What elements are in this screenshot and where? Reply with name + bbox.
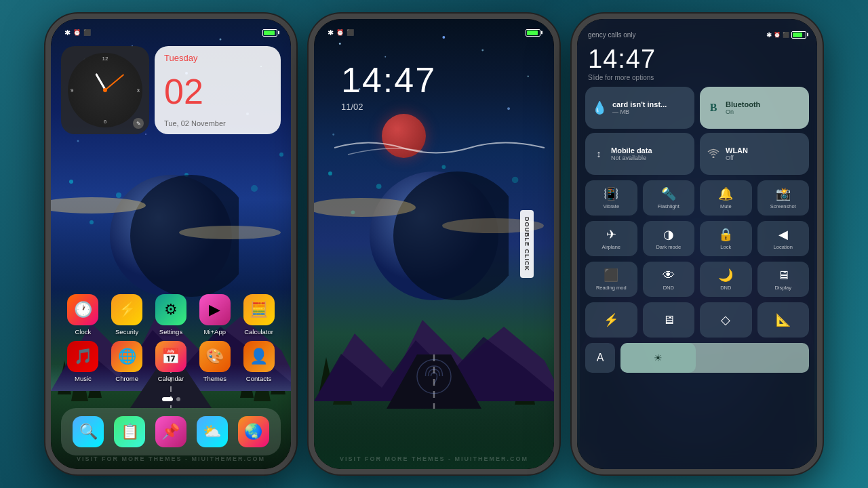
cc-tile-bluetooth[interactable]: B Bluetooth On xyxy=(700,87,809,129)
cc-btn-darkmode[interactable]: ◑ Dark mode xyxy=(643,221,695,256)
fingerprint-area[interactable] xyxy=(416,358,453,398)
phone-3: gency calls only ✱ ⏰ ⬛ 14:47 Slide for m… xyxy=(572,14,823,474)
double-click-badge[interactable]: DOUBLE CLICK xyxy=(520,210,534,278)
phone-1: ✱ ⏰ ⬛ 12 6 9 xyxy=(45,14,296,474)
phone-3-bg: gency calls only ✱ ⏰ ⬛ 14:47 Slide for m… xyxy=(577,19,817,469)
contacts-label: Contacts xyxy=(246,375,272,382)
settings-label: Settings xyxy=(159,328,182,336)
cc-icons-row-2: ✈ Airplane ◑ Dark mode 🔒 Lock ◀ Location xyxy=(585,221,809,256)
page-dots xyxy=(51,397,291,401)
themes-label: Themes xyxy=(203,375,226,382)
dock-weather[interactable]: ⛅ xyxy=(197,416,228,447)
cc-icons-row-4: ⚡ 🖥 ◇ 📐 xyxy=(585,302,809,338)
calculator-label: Calculator xyxy=(244,328,273,336)
cc-btn-mute[interactable]: 🔔 Mute xyxy=(700,180,752,216)
battery-indicator-p1 xyxy=(262,29,277,37)
dock-browser[interactable]: 🌏 xyxy=(238,416,269,447)
phone-1-screen: ✱ ⏰ ⬛ 12 6 9 xyxy=(51,19,291,469)
cc-bluetooth-icon: B xyxy=(707,102,720,114)
cc-wlan-info: WLAN Off xyxy=(726,146,748,161)
calendar-icon: 📅 xyxy=(155,341,186,372)
app-grid: 🕐 Clock ⚡ Security ⚙ Settings ▶ Mi+App xyxy=(61,294,281,388)
cc-tiles-row-2: ↕ Mobile data Not available WLAN Off xyxy=(585,133,809,175)
cc-btn-power[interactable]: ⚡ xyxy=(585,302,637,338)
cc-btn-screenshot[interactable]: 📸 Screenshot xyxy=(757,180,810,216)
calculator-icon: 🧮 xyxy=(243,294,275,325)
cc-btn-location[interactable]: ◀ Location xyxy=(757,221,810,256)
cc-tile-wlan[interactable]: WLAN Off xyxy=(700,133,809,175)
location-label: Location xyxy=(774,244,793,250)
cc-btn-dnd-moon[interactable]: 🌙 DND xyxy=(700,262,752,297)
app-contacts[interactable]: 👤 Contacts xyxy=(240,341,278,382)
cc-btn-reading[interactable]: ⬛ Reading mod xyxy=(585,262,637,297)
date-number: 02 xyxy=(164,74,271,109)
cc-btn-dnd-eye[interactable]: 👁 DND xyxy=(643,262,695,297)
app-music[interactable]: 🎵 Music xyxy=(64,341,102,382)
cc-data-info: card isn't inst... — MB xyxy=(612,100,667,115)
cc-letter-btn[interactable]: A xyxy=(585,343,615,373)
svg-point-37 xyxy=(481,49,484,52)
cc-wlan-title: WLAN xyxy=(726,146,748,155)
app-calculator[interactable]: 🧮 Calculator xyxy=(240,294,278,336)
app-settings[interactable]: ⚙ Settings xyxy=(152,294,190,336)
screen2-icon: 🖥 xyxy=(663,313,675,327)
dock-search[interactable]: 🔍 xyxy=(73,416,104,447)
cc-btn-flashlight[interactable]: 🔦 Flashlight xyxy=(643,180,695,216)
cc-btn-display[interactable]: 🖥 Display xyxy=(757,262,810,297)
phone-3-screen: gency calls only ✱ ⏰ ⬛ 14:47 Slide for m… xyxy=(577,19,817,469)
darkmode-icon: ◑ xyxy=(663,227,674,242)
cc-bluetooth-info: Bluetooth On xyxy=(726,100,760,115)
watermark-p2: VISIT FOR MORE THEMES - MIUITHEMER.COM xyxy=(314,455,554,462)
date-widget[interactable]: Tuesday 02 Tue, 02 November xyxy=(155,46,281,134)
flashlight-label: Flashlight xyxy=(658,203,679,209)
app-mi[interactable]: ▶ Mi+App xyxy=(196,294,234,336)
watermark-p1: VISIT FOR MORE THEMES - MIUITHEMER.COM xyxy=(51,455,291,462)
dnd-moon-icon: 🌙 xyxy=(718,268,733,283)
cc-btn-lock[interactable]: 🔒 Lock xyxy=(700,221,752,256)
lock-label: Lock xyxy=(720,244,731,250)
control-center-content: gency calls only ✱ ⏰ ⬛ 14:47 Slide for m… xyxy=(577,19,817,469)
app-calendar[interactable]: 📅 Calendar xyxy=(152,341,190,382)
cc-status-bar: gency calls only ✱ ⏰ ⬛ xyxy=(585,24,809,45)
cc-mobile-icon: ↕ xyxy=(592,148,606,159)
cc-btn-airplane[interactable]: ✈ Airplane xyxy=(585,221,637,256)
dock-editor[interactable]: 📌 xyxy=(155,416,186,447)
cc-wlan-sub: Off xyxy=(726,155,748,161)
cc-data-icon: 💧 xyxy=(592,100,607,115)
cc-subtitle-text: Slide for more options xyxy=(585,74,809,81)
app-clock[interactable]: 🕐 Clock xyxy=(64,294,102,336)
phone-2-screen: ✱ ⏰ ⬛ 14:47 11/02 DOUBLE CLICK VISIT FOR… xyxy=(314,19,554,469)
cc-brightness-slider[interactable]: ☀ xyxy=(620,343,809,373)
cc-btn-diamond[interactable]: ◇ xyxy=(700,302,752,338)
cc-tile-mobile-data[interactable]: ↕ Mobile data Not available xyxy=(585,133,694,175)
page-dot-1 xyxy=(162,397,173,401)
svg-point-60 xyxy=(417,360,451,394)
camera-icon-p1: ⬛ xyxy=(83,29,91,36)
app-themes[interactable]: 🎨 Themes xyxy=(196,341,234,382)
app-chrome[interactable]: 🌐 Chrome xyxy=(108,341,146,382)
svg-point-38 xyxy=(528,75,529,77)
screenshot-icon: 📸 xyxy=(776,186,791,201)
app-security[interactable]: ⚡ Security xyxy=(108,294,146,336)
cc-mobile-sub: Not available xyxy=(611,155,652,161)
dnd-moon-label: DND xyxy=(720,285,731,291)
clock-widget[interactable]: 12 6 9 3 ✎ xyxy=(61,46,149,134)
dock-notes[interactable]: 📋 xyxy=(114,416,145,447)
cc-btn-vibrate[interactable]: 📳 Vibrate xyxy=(585,180,637,216)
status-left-p2: ✱ ⏰ ⬛ xyxy=(328,28,354,37)
location-icon: ◀ xyxy=(778,227,788,242)
clock-edit-icon[interactable]: ✎ xyxy=(133,118,144,129)
contacts-icon: 👤 xyxy=(243,341,275,372)
cc-bluetooth-sub: On xyxy=(726,108,760,115)
cc-btn-screen2[interactable]: 🖥 xyxy=(643,302,695,338)
screenshot-label: Screenshot xyxy=(770,203,796,209)
page-dot-2 xyxy=(176,397,180,401)
mute-label: Mute xyxy=(720,203,732,209)
cc-btn-edit[interactable]: 📐 xyxy=(757,302,810,338)
svg-point-13 xyxy=(251,185,258,192)
svg-point-7 xyxy=(77,140,79,142)
status-bar-phone1: ✱ ⏰ ⬛ xyxy=(64,24,277,41)
cc-tile-data[interactable]: 💧 card isn't inst... — MB xyxy=(585,87,694,129)
music-icon: 🎵 xyxy=(67,341,98,372)
battery-indicator-p2 xyxy=(526,29,540,37)
